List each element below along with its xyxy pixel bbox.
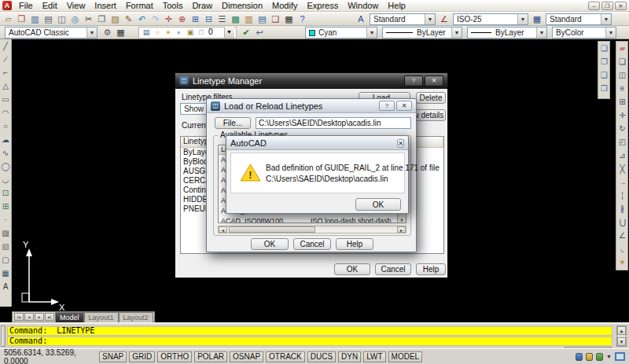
status-toggle[interactable]: DUCS: [307, 351, 336, 362]
linetype-row[interactable]: ACAD_ISO08W100 ISO long-dash short-dash …: [219, 216, 406, 223]
plot-preview-icon[interactable]: ◫: [55, 13, 68, 25]
clean-screen-button[interactable]: [615, 352, 625, 361]
restore-button[interactable]: ❐: [601, 2, 613, 10]
plot-layer-icon[interactable]: ▣: [185, 27, 196, 38]
chevron-down-icon[interactable]: ▼: [517, 14, 528, 24]
markup-manager-icon[interactable]: ❑: [269, 13, 282, 25]
tab-nav-button[interactable]: ◂: [24, 313, 34, 321]
table-style-combo[interactable]: Standard▼: [546, 13, 612, 25]
workspace-settings-icon[interactable]: ⚙: [101, 26, 114, 39]
plot-style-combo[interactable]: ByColor▼: [552, 27, 616, 39]
ok-button[interactable]: OK: [334, 263, 370, 275]
send-under-icon[interactable]: ❒: [598, 82, 610, 95]
array-icon[interactable]: ⊞: [616, 95, 628, 108]
zoom-previous-icon[interactable]: ⊟: [202, 13, 215, 25]
close-titlebar-button[interactable]: ✕: [397, 139, 404, 148]
tab-layout1[interactable]: Layout1: [84, 312, 119, 322]
menu-item[interactable]: Edit: [38, 0, 62, 12]
break-icon[interactable]: ∦: [616, 202, 628, 215]
close-titlebar-button[interactable]: ✕: [425, 75, 443, 86]
scroll-up-icon[interactable]: ▲: [617, 326, 626, 335]
tab-model[interactable]: Model: [55, 312, 84, 322]
help-icon[interactable]: ?: [296, 13, 309, 25]
status-toggle[interactable]: ORTHO: [157, 351, 192, 362]
menu-item[interactable]: View: [62, 0, 90, 12]
chevron-down-icon[interactable]: ▼: [224, 27, 234, 38]
linetype-manager-titlebar[interactable]: ◫ Linetype Manager ? ✕: [175, 73, 447, 89]
rectangle-icon[interactable]: ▭: [0, 93, 12, 106]
zoom-window-icon[interactable]: ⊞: [189, 13, 202, 25]
chevron-down-icon[interactable]: ▼: [366, 28, 377, 38]
bring-to-front-icon[interactable]: ❏: [598, 42, 610, 55]
trim-icon[interactable]: ╳: [616, 162, 628, 175]
menu-item[interactable]: Insert: [90, 0, 121, 12]
help-titlebar-button[interactable]: ?: [379, 101, 395, 111]
menu-item[interactable]: Help: [383, 0, 410, 12]
lineweight-combo[interactable]: ByLayer▼: [467, 27, 547, 39]
construction-line-icon[interactable]: ∕: [0, 53, 12, 66]
make-block-icon[interactable]: ⊞: [0, 200, 12, 213]
zoom-realtime-icon[interactable]: ⊕: [175, 13, 189, 25]
open-icon[interactable]: ❒: [15, 13, 28, 25]
rotate-icon[interactable]: ↻: [616, 122, 628, 135]
cancel-button[interactable]: Cancel: [293, 238, 331, 250]
status-toggle[interactable]: DYN: [338, 351, 361, 362]
bulb-icon[interactable]: ☼: [152, 27, 163, 38]
cut-icon[interactable]: ✂: [82, 13, 95, 25]
sun-icon[interactable]: ●: [163, 27, 174, 38]
publish-icon[interactable]: ◎: [68, 13, 82, 25]
make-object-layer-current-icon[interactable]: ✔: [240, 26, 253, 39]
menu-item[interactable]: File: [14, 0, 38, 12]
explode-icon[interactable]: ✶: [616, 256, 628, 269]
join-icon[interactable]: ⋃: [616, 215, 628, 229]
status-toggle[interactable]: POLAR: [194, 351, 227, 362]
polyline-icon[interactable]: ⌐: [0, 66, 12, 79]
status-toggle[interactable]: GRID: [129, 351, 155, 362]
list-horizontal-scrollbar[interactable]: ◄ ►: [218, 226, 406, 233]
ellipse-arc-icon[interactable]: ◡: [0, 173, 12, 186]
chevron-down-icon[interactable]: ▼: [451, 28, 462, 38]
status-toggle[interactable]: SNAP: [99, 351, 127, 362]
close-button[interactable]: ✕: [615, 2, 627, 10]
insert-block-icon[interactable]: ⊡: [0, 186, 12, 200]
copy-object-icon[interactable]: ❏: [616, 55, 628, 68]
scroll-left-icon[interactable]: ◄: [219, 226, 227, 233]
quickcalc-icon[interactable]: ▦: [282, 13, 296, 25]
file-path-field[interactable]: C:\Users\SAEID\Desktop\acadis.lin: [256, 117, 411, 129]
menu-item[interactable]: Express: [302, 0, 343, 12]
load-linetypes-titlebar[interactable]: ◫ Load or Reload Linetypes ? ✕: [207, 99, 416, 113]
close-titlebar-button[interactable]: ✕: [396, 101, 412, 111]
menu-item[interactable]: Tools: [158, 0, 188, 12]
tab-layout2[interactable]: Layout2: [119, 312, 153, 322]
my-workspace-icon[interactable]: ▦: [114, 26, 127, 39]
alert-titlebar[interactable]: AutoCAD ✕: [226, 136, 408, 150]
tab-nav-button[interactable]: |◂: [14, 313, 24, 321]
chevron-down-icon[interactable]: ▼: [601, 14, 611, 24]
status-toggle[interactable]: MODEL: [388, 351, 423, 362]
menu-item[interactable]: Draw: [187, 0, 217, 12]
chevron-down-icon[interactable]: ▼: [605, 28, 616, 38]
mtext-icon[interactable]: A: [0, 280, 12, 293]
mirror-icon[interactable]: ◫: [616, 68, 628, 82]
coordinates-readout[interactable]: 5056.6314, 33.5269, 0.0000: [4, 348, 97, 364]
undo-icon[interactable]: ↶: [135, 13, 149, 25]
command-window-handle[interactable]: [1, 325, 6, 347]
save-icon[interactable]: ▥: [28, 13, 42, 25]
ok-button[interactable]: OK: [251, 238, 289, 250]
send-to-back-icon[interactable]: ❐: [598, 55, 610, 68]
ok-button[interactable]: OK: [355, 198, 401, 211]
text-style-combo[interactable]: Standard▼: [370, 13, 436, 25]
designcenter-icon[interactable]: ▩: [229, 13, 242, 25]
dim-style-combo[interactable]: ISO-25▼: [453, 13, 528, 25]
scroll-down-icon[interactable]: ▼: [398, 218, 406, 222]
offset-icon[interactable]: ≡: [616, 82, 628, 95]
file-button[interactable]: File...: [215, 117, 251, 129]
menu-item[interactable]: Format: [121, 0, 158, 12]
toolbar-lock-icon[interactable]: [586, 353, 593, 361]
qnew-icon[interactable]: ▱: [2, 13, 15, 25]
chevron-down-icon[interactable]: ▼: [425, 14, 435, 24]
match-properties-icon[interactable]: ✎: [122, 13, 135, 25]
sheetset-manager-icon[interactable]: ▤: [256, 13, 269, 25]
status-menu-arrow-icon[interactable]: ▼: [606, 354, 612, 359]
layer-color-swatch-icon[interactable]: □: [196, 27, 207, 38]
